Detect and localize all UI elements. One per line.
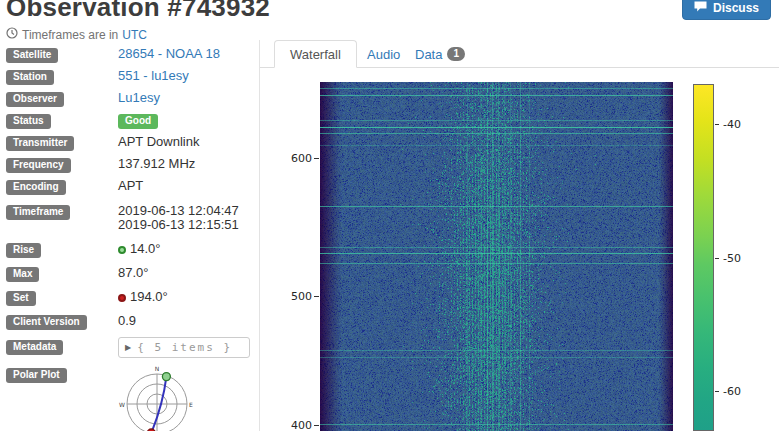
table-row-status: Status Good	[6, 110, 254, 132]
transmitter-label-badge: Transmitter	[6, 136, 74, 151]
y-axis-tick-label: 500	[286, 290, 312, 303]
satellite-label-badge: Satellite	[6, 48, 58, 63]
table-row-satellite: Satellite 28654 - NOAA 18	[6, 44, 254, 66]
satellite-link[interactable]: 28654 - NOAA 18	[118, 46, 220, 61]
observer-label-badge: Observer	[6, 92, 64, 107]
vertical-divider	[259, 40, 260, 431]
frequency-label-badge: Frequency	[6, 158, 71, 173]
timeframe-label-badge: Timeframe	[6, 205, 70, 220]
y-axis-tick-mark	[314, 296, 319, 297]
observation-details-table: Satellite 28654 - NOAA 18 Station 551 - …	[6, 44, 254, 431]
timeframes-note-text: Timeframes are in	[22, 28, 118, 42]
polar-plot-label-badge: Polar Plot	[6, 368, 67, 383]
rise-label-badge: Rise	[6, 243, 41, 258]
y-axis-tick-label: 400	[286, 419, 312, 431]
table-row-frequency: Frequency 137.912 MHz	[6, 154, 254, 176]
colorbar-tick-label: -40	[723, 118, 741, 131]
colorbar-tick-mark	[715, 258, 719, 259]
observation-page: Observation #743932 Timeframes are in UT…	[0, 0, 779, 431]
station-label-badge: Station	[6, 70, 54, 85]
metadata-label-badge: Metadata	[6, 340, 63, 355]
set-label-badge: Set	[6, 291, 36, 306]
table-row-client-version: Client Version 0.9	[6, 309, 254, 333]
colorbar-tick-mark	[715, 124, 719, 125]
page-title: Observation #743932	[6, 0, 270, 23]
rise-marker-icon	[118, 246, 126, 254]
rise-value: 14.0°	[130, 241, 161, 256]
table-row-transmitter: Transmitter APT Downlink	[6, 132, 254, 154]
compass-e-label: E	[189, 401, 193, 408]
tab-waterfall[interactable]: Waterfall	[274, 40, 357, 68]
table-row-max: Max 87.0°	[6, 261, 254, 285]
page-header: Observation #743932 Timeframes are in UT…	[6, 0, 270, 42]
colorbar-tick-label: -50	[723, 252, 741, 265]
tab-data[interactable]: Data 1	[400, 40, 480, 68]
transmitter-value: APT Downlink	[118, 132, 254, 154]
table-row-encoding: Encoding APT	[6, 176, 254, 198]
discuss-button-label: Discuss	[713, 1, 759, 15]
metadata-json-expander[interactable]: ▶ { 5 items }	[118, 337, 250, 358]
colorbar-tick-label: -60	[723, 385, 741, 398]
table-row-metadata: Metadata ▶ { 5 items }	[6, 333, 254, 361]
tab-audio-label: Audio	[367, 47, 400, 62]
table-row-polar-plot: Polar Plot N S E W	[6, 361, 254, 431]
encoding-value: APT	[118, 176, 254, 198]
tab-data-count-badge: 1	[447, 47, 465, 61]
tab-data-label: Data	[415, 47, 442, 62]
expander-triangle-icon[interactable]: ▶	[125, 344, 131, 352]
client-version-label-badge: Client Version	[6, 315, 87, 330]
encoding-label-badge: Encoding	[6, 180, 66, 195]
timeframe-start: 2019-06-13 12:04:47	[118, 204, 254, 218]
utc-link[interactable]: UTC	[122, 28, 147, 42]
table-row-timeframe: Timeframe 2019-06-13 12:04:47 2019-06-13…	[6, 198, 254, 235]
tab-waterfall-label: Waterfall	[290, 47, 341, 62]
set-marker-icon	[118, 294, 126, 302]
table-row-station: Station 551 - lu1esy	[6, 66, 254, 88]
client-version-value: 0.9	[118, 309, 254, 333]
compass-n-label: N	[155, 365, 160, 372]
table-row-rise: Rise 14.0°	[6, 235, 254, 261]
table-row-observer: Observer Lu1esy	[6, 88, 254, 110]
y-axis-tick-label: 600	[286, 152, 312, 165]
clock-icon	[6, 27, 18, 42]
polar-plot: N S E W	[118, 363, 196, 431]
discuss-button[interactable]: Discuss	[682, 0, 771, 20]
timeframes-note: Timeframes are in UTC	[6, 27, 270, 42]
status-badge: Good	[118, 114, 158, 129]
status-label-badge: Status	[6, 114, 51, 129]
tab-bar: Waterfall Audio Data 1	[260, 40, 779, 68]
speech-bubble-icon	[694, 1, 707, 15]
set-value: 194.0°	[130, 289, 168, 304]
max-value: 87.0°	[118, 261, 254, 285]
compass-w-label: W	[119, 401, 125, 408]
station-link[interactable]: 551 - lu1esy	[118, 68, 189, 83]
colorbar	[693, 84, 714, 431]
y-axis-tick-mark	[314, 425, 319, 426]
colorbar-tick-mark	[715, 391, 719, 392]
frequency-value: 137.912 MHz	[118, 154, 254, 176]
table-row-set: Set 194.0°	[6, 285, 254, 309]
timeframe-end: 2019-06-13 12:15:51	[118, 218, 254, 232]
rise-point-marker	[162, 373, 170, 381]
max-label-badge: Max	[6, 267, 39, 282]
observer-link[interactable]: Lu1esy	[118, 90, 160, 105]
metadata-json-summary: { 5 items }	[137, 341, 232, 354]
y-axis-tick-mark	[314, 158, 319, 159]
waterfall-spectrogram	[320, 82, 673, 431]
